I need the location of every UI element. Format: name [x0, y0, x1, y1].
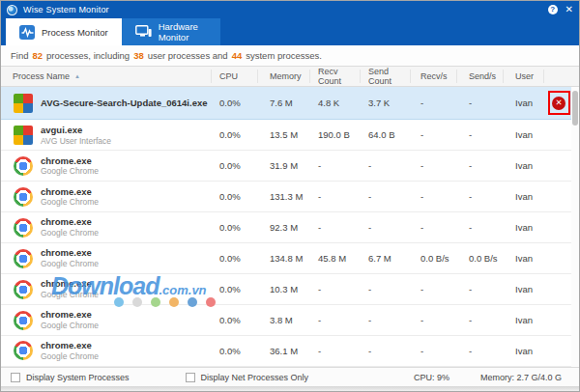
process-description: AVG User Interface — [41, 136, 111, 147]
send-count-value: - — [361, 284, 411, 294]
recv-count-value: - — [310, 160, 361, 171]
process-icon — [14, 126, 33, 145]
display-net-processes-option[interactable]: Display Net Processes Only — [186, 373, 309, 382]
process-icon — [14, 311, 33, 330]
cpu-value: 0.0% — [212, 129, 258, 140]
send-count-value: - — [361, 222, 411, 233]
user-value: Ivan — [504, 315, 544, 325]
send-s-value: - — [457, 284, 504, 294]
process-description: Google Chrome — [41, 351, 99, 362]
recv-s-value: - — [411, 284, 457, 294]
column-header-memory[interactable]: Memory — [258, 70, 310, 83]
user-value: Ivan — [504, 222, 544, 233]
checkbox-label: Display Net Processes Only — [201, 373, 309, 382]
send-s-value: - — [457, 129, 504, 140]
column-header-recv-s[interactable]: Recv/s — [411, 70, 457, 83]
memory-value: 10.3 M — [258, 284, 310, 294]
column-header-send-s[interactable]: Send/s — [457, 70, 504, 83]
table-row[interactable]: chrome.exe Google Chrome 0.0% 92.3 M - -… — [1, 212, 579, 243]
process-name: chrome.exe — [41, 155, 99, 167]
memory-value: 92.3 M — [258, 222, 310, 233]
column-header-process-name[interactable]: Process Name ▲ — [1, 70, 212, 83]
send-count-value: 3.7 K — [361, 98, 411, 108]
send-count-value: - — [361, 346, 411, 356]
cpu-value: 0.0% — [212, 191, 258, 202]
table-header: Process Name ▲ CPU Memory Recv Count Sen… — [1, 66, 579, 87]
process-name: chrome.exe — [41, 186, 99, 198]
cpu-value: 0.0% — [212, 98, 258, 108]
send-s-value: - — [457, 346, 504, 356]
process-list: AVG-Secure-Search-Update_0614i.exe 0.0% … — [1, 87, 579, 367]
recv-count-value: 45.8 M — [310, 253, 361, 264]
window-bottom-shadow — [1, 386, 579, 391]
send-s-value: 0.0 B/s — [457, 253, 504, 264]
app-logo-icon — [7, 5, 17, 15]
cpu-value: 0.0% — [212, 284, 258, 294]
scrollbar-thumb[interactable] — [572, 91, 578, 126]
process-description: Google Chrome — [41, 166, 99, 177]
memory-value: 131.3 M — [258, 191, 310, 202]
column-header-send-count[interactable]: Send Count — [361, 70, 411, 83]
help-icon[interactable]: ? — [548, 5, 558, 14]
user-value: Ivan — [504, 346, 544, 356]
table-row[interactable]: AVG-Secure-Search-Update_0614i.exe 0.0% … — [1, 87, 579, 120]
memory-value: 7.6 M — [258, 98, 310, 108]
display-system-processes-option[interactable]: Display System Processes — [11, 373, 130, 382]
table-row[interactable]: avgui.exe AVG User Interface 0.0% 13.5 M… — [1, 120, 579, 151]
send-count-value: - — [361, 160, 411, 171]
table-row[interactable]: chrome.exe Google Chrome 0.0% 134.8 M 45… — [1, 243, 579, 274]
display-system-processes-checkbox[interactable] — [11, 373, 20, 382]
column-header-cpu[interactable]: CPU — [212, 70, 258, 83]
table-row[interactable]: chrome.exe Google Chrome 0.0% 3.8 M - - … — [1, 305, 579, 336]
send-count-value: 6.7 M — [361, 253, 411, 264]
send-s-value: - — [457, 191, 504, 202]
window-title: Wise System Monitor — [23, 5, 109, 14]
memory-value: 36.1 M — [258, 346, 310, 356]
send-s-value: - — [457, 98, 504, 108]
cpu-value: 0.0% — [212, 315, 258, 325]
end-process-icon[interactable]: ✕ — [552, 97, 566, 110]
memory-value: 31.9 M — [258, 160, 310, 171]
memory-usage-status: Memory: 2.7 G/4.0 G — [480, 373, 562, 382]
cpu-value: 0.0% — [212, 253, 258, 264]
tab-hardware-monitor[interactable]: Hardware Monitor — [122, 18, 220, 45]
memory-value: 134.8 M — [258, 253, 310, 264]
process-name: chrome.exe — [41, 309, 99, 321]
table-row[interactable]: chrome.exe Google Chrome 0.0% 10.3 M - -… — [1, 274, 579, 305]
process-description: Google Chrome — [41, 290, 99, 300]
close-window-icon[interactable]: ✕ — [566, 5, 573, 14]
tab-strip: Process Monitor Hardware Monitor — [1, 18, 579, 45]
cpu-value: 0.0% — [212, 160, 258, 171]
process-name: avgui.exe — [41, 125, 111, 136]
recv-count-value: - — [310, 191, 361, 202]
summary-text: system processes. — [246, 50, 322, 61]
status-bar: Display System Processes Display Net Pro… — [1, 367, 579, 386]
vertical-scrollbar[interactable] — [571, 87, 579, 367]
process-icon — [14, 341, 33, 360]
process-icon — [14, 94, 33, 113]
recv-count-value: - — [310, 222, 361, 233]
user-value: Ivan — [504, 160, 544, 171]
process-icon — [14, 218, 33, 238]
cpu-value: 0.0% — [212, 346, 258, 356]
user-value: Ivan — [504, 191, 544, 202]
recv-s-value: - — [411, 98, 457, 108]
action-cell: ✕ — [544, 91, 573, 115]
user-value: Ivan — [504, 284, 544, 294]
column-header-user[interactable]: User — [504, 70, 544, 83]
process-name: chrome.exe — [41, 340, 99, 351]
table-row[interactable]: chrome.exe Google Chrome 0.0% 31.9 M - -… — [1, 151, 579, 182]
recv-s-value: - — [411, 129, 457, 140]
column-header-recv-count[interactable]: Recv Count — [310, 70, 361, 83]
table-row[interactable]: chrome.exe Google Chrome 0.0% 36.1 M - -… — [1, 336, 579, 367]
user-value: Ivan — [504, 129, 544, 140]
table-row[interactable]: chrome.exe Google Chrome 0.0% 131.3 M - … — [1, 182, 579, 212]
display-net-processes-checkbox[interactable] — [186, 373, 195, 382]
annotation-highlight-box: ✕ — [548, 91, 570, 115]
process-description: Google Chrome — [41, 197, 99, 208]
recv-count-value: - — [310, 315, 361, 325]
recv-count-value: 4.8 K — [310, 98, 361, 108]
process-name: chrome.exe — [41, 278, 99, 290]
tab-label: Hardware Monitor — [159, 21, 207, 42]
tab-process-monitor[interactable]: Process Monitor — [6, 18, 122, 45]
